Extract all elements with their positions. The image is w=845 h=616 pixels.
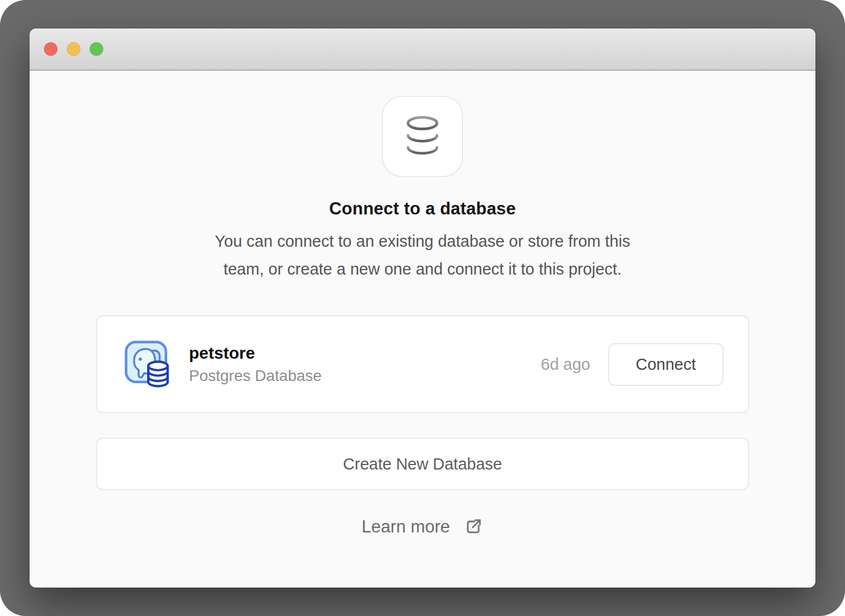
database-info: petstore Postgres Database [189, 344, 322, 385]
database-icon [382, 96, 463, 177]
external-link-icon [463, 517, 483, 537]
postgres-elephant-icon [123, 339, 173, 390]
zoom-button[interactable] [90, 42, 103, 56]
window-controls [43, 42, 116, 56]
desktop-background: Connect to a database You can connect to… [0, 0, 845, 616]
connect-database-dialog: Connect to a database You can connect to… [30, 28, 815, 588]
dialog-description: You can connect to an existing database … [215, 227, 630, 283]
minimize-button[interactable] [67, 42, 80, 56]
database-type: Postgres Database [189, 367, 322, 385]
database-row-petstore[interactable]: petstore Postgres Database 6d ago Connec… [96, 315, 749, 413]
create-new-database-button[interactable]: Create New Database [96, 438, 749, 490]
dialog-content: Connect to a database You can connect to… [30, 71, 815, 588]
window-titlebar[interactable] [30, 28, 815, 71]
close-button[interactable] [44, 42, 57, 56]
database-cylinder-icon [394, 107, 451, 165]
learn-more-label: Learn more [362, 517, 450, 537]
dialog-description-line-2: team, or create a new one and connect it… [215, 255, 630, 283]
connect-button[interactable]: Connect [608, 343, 723, 386]
database-name: petstore [189, 344, 322, 363]
learn-more-link[interactable]: Learn more [362, 517, 484, 537]
dialog-description-line-1: You can connect to an existing database … [215, 227, 630, 255]
dialog-title: Connect to a database [329, 197, 516, 221]
database-last-used: 6d ago [541, 355, 590, 374]
